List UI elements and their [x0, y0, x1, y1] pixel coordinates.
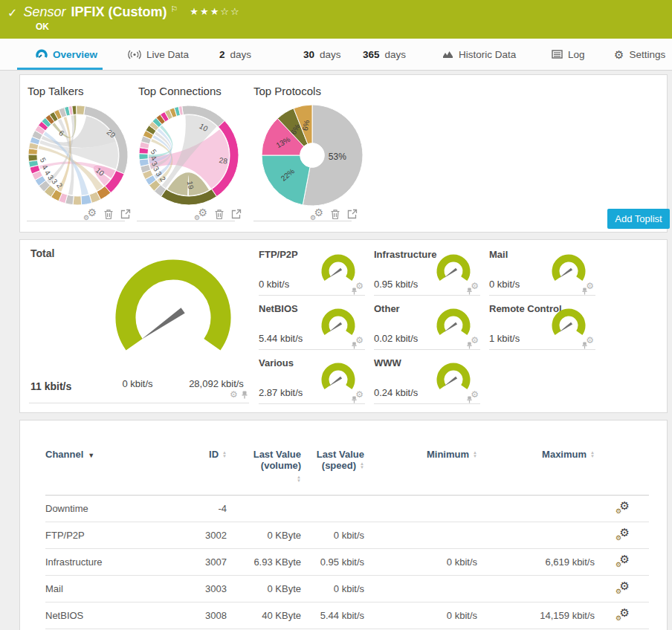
cell-min: 0 kbit/s [364, 549, 477, 576]
cell-settings: ⚙⚙ [595, 522, 649, 549]
channel-gauge [433, 360, 474, 399]
delete-icon[interactable] [330, 209, 340, 220]
channel-settings-icon[interactable]: ⚙⚙ [616, 582, 630, 594]
cell-settings: ⚙⚙ [595, 496, 649, 522]
top-connections-chord-chart[interactable]: 102819233345 [137, 103, 241, 207]
toplist-divider [137, 221, 235, 221]
delete-icon[interactable] [214, 209, 224, 220]
toplists-card: Top Talkers Top Connections Top Protocol… [19, 74, 668, 233]
svg-text:53%: 53% [329, 152, 346, 162]
channel-settings-icon[interactable]: ⚙⚙ [616, 528, 630, 540]
tab-bar: OverviewLive Data2days30days365daysHisto… [0, 39, 672, 71]
channel-settings-icon[interactable]: ⚙⚙ [311, 208, 323, 220]
gauge-cell-www: WWW0.24 kbit/s⚙ [374, 354, 480, 404]
tab-live-data[interactable]: Live Data [128, 39, 189, 70]
priority-stars[interactable]: ★★★☆☆ [190, 6, 240, 17]
cell-channel: FTP/P2P [45, 522, 181, 549]
cell-channel: NetBIOS [45, 603, 181, 629]
cell-speed: 0 kbit/s [301, 522, 364, 549]
pin-icon[interactable] [351, 396, 358, 403]
channel-gauge [317, 360, 359, 399]
add-toplist-button[interactable]: Add Toplist [607, 209, 670, 229]
cell-id: -4 [181, 496, 227, 522]
channel-table-card: Channel▼ID▲▼Last Value(volume)▲▼Last Val… [19, 420, 668, 630]
cell-volume [227, 496, 301, 522]
tab-label: Log [568, 49, 585, 60]
pin-icon[interactable] [466, 396, 473, 403]
live-icon [128, 50, 141, 59]
delete-icon[interactable] [103, 209, 114, 220]
column-header-max[interactable]: Maximum▲▼ [477, 440, 595, 496]
sort-icon: ▲▼ [590, 451, 595, 458]
column-header-volume[interactable]: Last Value(volume)▲▼ [227, 440, 301, 496]
channel-gauge [433, 306, 474, 345]
total-gauge-min-label: 0 kbit/s [108, 378, 167, 389]
channel-settings-icon[interactable]: ⚙⚙ [616, 555, 630, 567]
pin-icon[interactable] [581, 342, 588, 349]
top-protocols-donut-chart[interactable]: 53%22%13%6%6% [260, 103, 364, 207]
tab-overview[interactable]: Overview [36, 39, 97, 70]
channel-gauge [548, 306, 589, 345]
cell-channel: Mail [45, 576, 181, 603]
top-talkers-chord-chart[interactable]: 29610233445 [26, 103, 130, 207]
channel-gauge [433, 252, 474, 290]
total-gauge-value: 11 kbit/s [30, 380, 71, 392]
channel-settings-icon[interactable]: ⚙⚙ [195, 208, 207, 220]
cell-channel: Downtime [45, 496, 181, 522]
gauge-settings-icon[interactable]: ⚙ [230, 390, 238, 399]
column-header-channel[interactable]: Channel▼ [45, 440, 181, 496]
tab-30-days[interactable]: 30days [303, 39, 341, 70]
sensor-header: ✓ Sensor IPFIX (Custom) ⚐ ★★★☆☆ OK [0, 0, 672, 39]
pin-icon[interactable] [351, 342, 358, 349]
gauge-channel-value: 0.95 kbit/s [374, 279, 418, 290]
tab-365-days[interactable]: 365days [363, 39, 406, 70]
pin-icon[interactable] [581, 288, 588, 295]
tab-label: Live Data [146, 49, 189, 60]
tab-label: Historic Data [459, 49, 516, 60]
gauge-cell-netbios: NetBIOS5.44 kbit/s⚙ [259, 300, 365, 350]
tab-settings[interactable]: ⚙Settings [614, 39, 665, 70]
gauge-channel-label: Various [259, 357, 294, 368]
channel-settings-icon[interactable]: ⚙⚙ [616, 608, 630, 620]
pin-icon[interactable] [466, 342, 473, 349]
open-external-icon[interactable] [231, 209, 242, 219]
table-row: NetBIOS300840 KByte5.44 kbit/s0 kbit/s14… [45, 603, 649, 629]
tab-log[interactable]: Log [552, 39, 585, 70]
channel-gauge [317, 252, 359, 290]
pin-icon[interactable] [466, 288, 473, 295]
channel-settings-icon[interactable]: ⚙⚙ [616, 501, 630, 513]
cell-id: 3007 [181, 549, 227, 576]
gauge-cell-mail: Mail0 kbit/s⚙ [489, 246, 595, 296]
cell-min [364, 496, 477, 522]
cell-id: 3003 [181, 576, 227, 603]
tab-label: days [230, 49, 252, 60]
cell-settings: ⚙⚙ [595, 576, 649, 603]
cell-settings: ⚙⚙ [595, 603, 649, 629]
cell-speed [301, 496, 364, 522]
gauge-cell-various: Various2.87 kbit/s⚙ [259, 354, 365, 404]
gauge-channel-value: 0 kbit/s [259, 279, 289, 290]
toplist-title-talkers: Top Talkers [28, 85, 84, 97]
settings-icon: ⚙ [614, 49, 624, 60]
sensor-title: IPFIX (Custom) [71, 4, 167, 20]
open-external-icon[interactable] [347, 209, 358, 219]
pin-icon[interactable] [351, 288, 358, 295]
channel-table: Channel▼ID▲▼Last Value(volume)▲▼Last Val… [45, 440, 649, 630]
open-external-icon[interactable] [120, 209, 131, 219]
gauge-cell-remote-control: Remote Control1 kbit/s⚙ [489, 300, 595, 350]
channel-settings-icon[interactable]: ⚙⚙ [84, 208, 97, 220]
column-header-speed[interactable]: Last Value(speed)▲▼ [301, 440, 364, 496]
column-header-min[interactable]: Minimum▲▼ [364, 440, 477, 496]
total-divider [29, 403, 249, 403]
historic-icon [442, 50, 453, 59]
channel-gauge [317, 306, 359, 345]
tab-historic-data[interactable]: Historic Data [442, 39, 516, 70]
gauge-channel-label: Mail [489, 249, 508, 260]
toplist-divider [253, 221, 352, 221]
status-badge: OK [36, 22, 49, 32]
tab-2-days[interactable]: 2days [219, 39, 251, 70]
pin-icon[interactable] [241, 391, 248, 399]
sensor-kind-label: Sensor [23, 4, 65, 20]
column-header-id[interactable]: ID▲▼ [181, 440, 227, 496]
flag-icon[interactable]: ⚐ [170, 4, 178, 14]
